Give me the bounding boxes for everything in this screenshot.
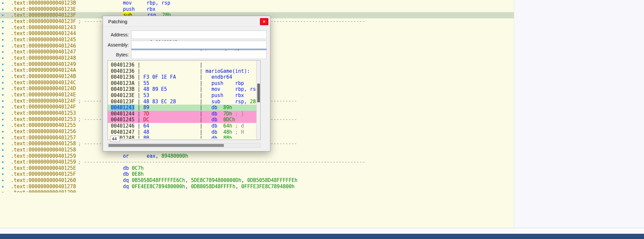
line-marker-dot (2, 168, 4, 169)
line-marker-dot (2, 64, 4, 65)
preview-bytes: DC (143, 117, 200, 123)
listing-address: .text:0000000000401255 (11, 122, 76, 129)
dialog-titlebar[interactable]: Patching ✕ (103, 16, 270, 27)
preview-row[interactable]: 00401236 | F3 0F 1E FA | endbr64 (108, 74, 257, 80)
column-separator: | (200, 92, 205, 98)
column-separator: | (134, 105, 143, 110)
preview-disasm: push rbx (205, 92, 244, 98)
vertical-scrollbar-thumb[interactable] (257, 84, 260, 102)
preview-disasm: db (205, 123, 223, 129)
listing-row[interactable]: .text:0000000000401259or eax, 89480000h (0, 153, 514, 159)
horizontal-scrollbar-thumb[interactable] (108, 144, 224, 147)
preview-row[interactable]: 00401244 | 7D | db 7Dh ; } (108, 111, 257, 117)
patch-preview: 00401236 | | 00401236 | | marioGame(int)… (107, 60, 261, 140)
preview-disasm: mov rbp, rsp (205, 86, 259, 92)
column-separator: | (134, 80, 143, 86)
text-token: mov rbp, rsp (123, 0, 170, 6)
line-marker-dot (2, 45, 4, 47)
text-token: dq (123, 177, 132, 183)
preview-bytes (143, 68, 200, 74)
bytes-input[interactable]: 89 7D DC (131, 50, 267, 59)
listing-address: .text:000000000040123F (11, 18, 76, 25)
listing-code: dq 0B5058D48FFFFFE6Ch, 5DE8C7894800000Dh… (123, 177, 298, 184)
preview-horizontal-scrollbar[interactable] (107, 143, 261, 148)
text-token: push rbx (123, 6, 155, 12)
listing-address: .text:000000000040125F (11, 171, 76, 177)
listing-address: .text:000000000040124F (11, 98, 76, 104)
preview-row[interactable]: 00401248 | 8B | db 8Bh (108, 135, 257, 139)
preview-disasm: ; H (232, 129, 244, 135)
listing-address: .text:0000000000401257 (11, 135, 76, 141)
preview-bytes: 48 (143, 129, 200, 135)
text-token: or eax, (123, 153, 161, 159)
listing-row[interactable]: .text:0000000000401290 (0, 189, 514, 192)
listing-code: db 0E8h (123, 171, 144, 177)
preview-row[interactable]: 0040123B | 48 89 E5 | mov rbp, rsp (108, 86, 257, 92)
text-token: , (235, 184, 241, 189)
listing-code: db 0C7h (123, 165, 144, 171)
line-marker-dot (2, 2, 4, 4)
preview-disasm: endbr64 (205, 74, 232, 80)
assembly-input[interactable]: mov DWORD PTR [rbp-0x24],edi (131, 41, 267, 50)
listing-address: .text:000000000040124C (11, 80, 76, 86)
preview-bytes: 7D (143, 111, 200, 117)
address-input[interactable]: 0x00401243 (131, 30, 267, 39)
preview-bytes: 48 83 EC 28 (143, 99, 200, 105)
preview-row[interactable]: 00401247 | 48 | db 48h ; H (108, 129, 257, 135)
column-separator: | (200, 74, 205, 80)
line-marker-dot (2, 70, 4, 71)
preview-bytes (143, 62, 200, 68)
preview-row[interactable]: 00401245 | DC | db 0DCh (108, 117, 257, 123)
listing-row[interactable]: .text:0000000000401278dq 0FE4EE8C7894800… (0, 184, 514, 190)
preview-vertical-scrollbar[interactable] (256, 61, 260, 140)
listing-address: .text:000000000040124B (11, 73, 76, 80)
line-marker-dot (2, 76, 4, 77)
preview-row[interactable]: 0040123A | 55 | push rbp (108, 80, 257, 87)
listing-row[interactable]: .text:000000000040123Epush rbx (0, 6, 514, 12)
text-token: dq (123, 184, 132, 189)
preview-disasm: db (205, 117, 223, 123)
column-separator: | (134, 86, 143, 92)
listing-address: .text:0000000000401248 (11, 55, 76, 61)
text-token: 0B5058D48FFFFFE6Ch (132, 177, 185, 183)
line-marker-dot (2, 33, 4, 34)
text-token: 89480000h (161, 153, 188, 159)
preview-disasm: db (205, 105, 223, 110)
listing-address: .text:000000000040123E (11, 6, 76, 12)
preview-row[interactable]: 0040123F | 48 83 EC 28 | sub rsp, 28h (108, 99, 257, 105)
line-marker-dot (2, 39, 4, 41)
close-icon: ✕ (263, 19, 266, 24)
listing-row[interactable]: .text:000000000040123Bmov rbp, rsp (0, 0, 514, 6)
close-button[interactable]: ✕ (260, 18, 268, 25)
preview-rows: 00401236 | | 00401236 | | marioGame(int)… (108, 62, 260, 140)
column-separator: | (134, 62, 143, 68)
listing-row[interactable]: .text:0000000000401259; ----------------… (0, 159, 514, 165)
preview-row[interactable]: 00401236 | | marioGame(int): (108, 68, 257, 74)
text-token: 0E8h (132, 171, 144, 177)
listing-row[interactable]: .text:000000000040125Edb 0C7h (0, 165, 514, 171)
listing-row[interactable]: .text:0000000000401260dq 0B5058D48FFFFFE… (0, 177, 514, 184)
text-token: , (185, 177, 191, 183)
preview-disasm: 7Dh (223, 111, 232, 117)
listing-row[interactable]: .text:000000000040125Fdb 0E8h (0, 171, 514, 177)
text-token: 0FFFE3FE8C7894800h (241, 184, 295, 189)
preview-address: 00401236 (111, 62, 134, 68)
preview-disasm: 0DCh (223, 117, 235, 123)
preview-bytes: F3 0F 1E FA (143, 74, 200, 80)
listing-address: .text:0000000000401259 (11, 153, 76, 159)
preview-address: 00401244 (111, 111, 134, 117)
preview-disasm: ; } (232, 111, 244, 117)
preview-row[interactable]: 00401236 | | (108, 62, 257, 68)
text-token: db (123, 171, 132, 177)
text-token: 0FE4EE8C789480000h (132, 184, 185, 189)
preview-row[interactable]: 00401246 | 64 | db 64h ; d (108, 123, 257, 129)
listing-address: .text:0000000000401246 (11, 43, 76, 49)
listing-address: .text:000000000040123B (11, 0, 76, 6)
preview-row[interactable]: 00401243 | 89 | db 89h (108, 105, 257, 111)
patching-dialog: Patching ✕ Address: 0x00401243 Assembly:… (103, 16, 270, 151)
preview-address: 00401246 (111, 123, 134, 129)
preview-row[interactable]: 0040123E | 53 | push rbx (108, 92, 257, 99)
column-separator: | (200, 117, 205, 123)
line-marker-dot (2, 173, 4, 175)
listing-address: .text:0000000000401258 (11, 141, 76, 147)
